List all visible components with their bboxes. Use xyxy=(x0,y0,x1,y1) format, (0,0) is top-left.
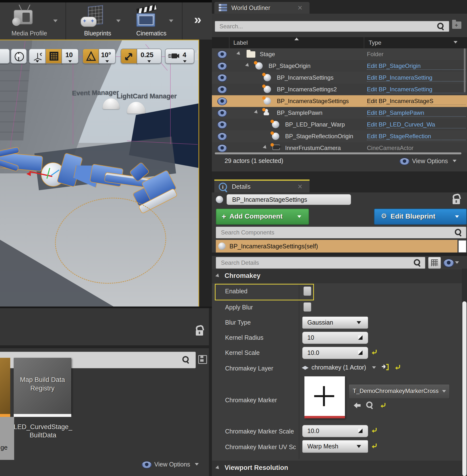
visibility-eye-icon[interactable] xyxy=(217,132,227,140)
visibility-eye-icon[interactable] xyxy=(217,74,227,82)
section-header-viewport-resolution[interactable]: Viewport Resolution xyxy=(212,461,467,476)
save-search-icon[interactable] xyxy=(198,355,207,364)
expand-arrow-icon[interactable] xyxy=(254,110,259,115)
outliner-view-options-button[interactable]: View Options xyxy=(399,157,464,166)
marker-scale-field[interactable]: 10.0 xyxy=(302,425,368,437)
visibility-eye-icon[interactable] xyxy=(217,62,227,70)
cinematics-dropdown-caret[interactable] xyxy=(169,20,173,22)
grid-snap-value-button[interactable]: 10 xyxy=(62,49,78,64)
media-profile-button[interactable]: Media Profile xyxy=(5,2,61,39)
section-header-chromakey[interactable]: Chromakey xyxy=(212,269,467,283)
camera-speed-button[interactable]: 4 xyxy=(165,49,194,64)
blueprints-dropdown-caret[interactable] xyxy=(116,20,121,22)
angle-snap-value-button[interactable]: 10° xyxy=(99,49,116,64)
media-profile-dropdown-caret[interactable] xyxy=(53,20,58,22)
visibility-eye-icon[interactable] xyxy=(217,144,227,152)
kernel-radius-field[interactable]: 10 xyxy=(302,332,368,344)
tab-world-outliner[interactable]: World Outliner × xyxy=(214,2,310,14)
row-label[interactable]: InnerFrustumCamera xyxy=(285,145,363,151)
create-folder-icon[interactable]: + xyxy=(452,22,461,29)
asset-tile-partial[interactable]: ge xyxy=(0,358,10,463)
visibility-eye-icon[interactable] xyxy=(217,109,227,117)
use-selected-icon[interactable] xyxy=(381,363,389,371)
browse-to-asset-icon[interactable] xyxy=(366,401,373,408)
outliner-row-bp-samplepawn[interactable]: BP_SamplePawn Edit BP_SamplePawn xyxy=(212,107,467,119)
outliner-row-innerfrustumcamera[interactable]: InnerFrustumCamera CineCameraActor xyxy=(212,142,467,152)
outliner-search-input[interactable]: Search... xyxy=(215,21,449,32)
dome-actor[interactable] xyxy=(127,102,145,114)
reset-to-default-icon[interactable] xyxy=(371,427,377,433)
row-type-edit-link[interactable]: Edit BP_IncameraSetting xyxy=(367,86,466,93)
outliner-row-bp-stageorigin[interactable]: BP_StageOrigin Edit BP_StageOrigin xyxy=(212,60,467,72)
blueprints-button[interactable]: ++ Blueprints xyxy=(73,2,122,39)
actor-name-field[interactable]: BP_IncameraStageSettings xyxy=(227,194,351,205)
grid-snap-toggle[interactable] xyxy=(45,49,63,64)
asset-tile-map-build-data[interactable]: Map Build Data Registry LED_CurvedStage_… xyxy=(14,358,71,463)
scale-snap-toggle[interactable] xyxy=(121,49,138,64)
edit-blueprint-button[interactable]: ⚙ Edit Blueprint xyxy=(374,209,467,225)
reset-to-default-icon[interactable] xyxy=(380,402,386,408)
outliner-row-bp-led-planar-warp[interactable]: BP_LED_Planar_Warp Edit BP_LED_Curved_Wa xyxy=(212,119,467,131)
marker-texture-dropdown[interactable]: T_DemoChromakeyMarkerCross xyxy=(349,384,450,399)
outliner-row-stage[interactable]: Stage Folder xyxy=(212,48,467,60)
visibility-eye-icon[interactable] xyxy=(217,51,227,58)
details-scrollbar-thumb[interactable] xyxy=(462,301,467,476)
component-color-chip[interactable] xyxy=(458,240,466,252)
chromakey-layer-dropdown[interactable]: chromakey (1 Actor) xyxy=(311,364,372,371)
outliner-horizontal-scrollbar[interactable] xyxy=(215,152,461,154)
content-browser-view-options[interactable]: View Options xyxy=(142,460,205,469)
expand-arrow-icon[interactable] xyxy=(245,63,250,68)
apply-blur-checkbox[interactable] xyxy=(303,302,311,312)
row-type-edit-link[interactable]: Edit BP_StageOrigin xyxy=(367,63,466,70)
row-type-edit-link[interactable]: Edit BP_IncameraStageS xyxy=(367,98,466,105)
marker-uv-dropdown[interactable]: Warp Mesh xyxy=(302,440,368,453)
outliner-row-bp-incamerastagesettings-selected[interactable]: BP_IncameraStageSettings Edit BP_Incamer… xyxy=(212,95,467,107)
row-label[interactable]: BP_SamplePawn xyxy=(277,109,363,116)
row-label[interactable]: BP_IncameraSettings2 xyxy=(277,86,363,93)
outliner-row-bp-incamerasettings2[interactable]: BP_IncameraSettings2 Edit BP_IncameraSet… xyxy=(212,83,467,95)
details-view-caret-icon[interactable] xyxy=(455,261,459,264)
visibility-eye-icon[interactable] xyxy=(217,97,227,105)
scale-snap-value-button[interactable]: 0.25 xyxy=(137,49,162,64)
marker-texture-thumbnail[interactable] xyxy=(304,376,345,418)
reset-to-default-icon[interactable] xyxy=(394,364,401,370)
search-components-input[interactable]: Search Components xyxy=(216,227,466,238)
expand-arrow-icon[interactable] xyxy=(263,145,268,150)
close-tab-icon[interactable]: × xyxy=(297,4,303,11)
use-asset-from-browser-icon[interactable] xyxy=(353,401,362,409)
reset-to-default-icon[interactable] xyxy=(371,443,377,449)
content-browser-lock-icon[interactable] xyxy=(195,325,204,337)
reset-to-default-icon[interactable] xyxy=(371,349,377,355)
row-type-edit-link[interactable]: Edit BP_StageReflection xyxy=(367,133,466,140)
expand-arrow-icon[interactable] xyxy=(236,51,241,56)
level-viewport[interactable]: Event Manager LightCard Manager xyxy=(0,40,199,307)
cinematics-button[interactable]: Cinematics xyxy=(127,2,176,39)
search-details-input[interactable]: Search Details xyxy=(216,257,425,269)
row-label[interactable]: BP_StageReflectionOrigin xyxy=(285,133,364,140)
row-label[interactable]: BP_IncameraSettings xyxy=(277,74,363,81)
outliner-row-bp-stagereflectionorigin[interactable]: BP_StageReflectionOrigin Edit BP_StageRe… xyxy=(212,131,467,142)
toolbar-overflow-chevron[interactable]: » xyxy=(194,12,201,27)
row-label[interactable]: BP_IncameraStageSettings xyxy=(277,98,365,105)
layer-caret-icon[interactable] xyxy=(372,366,376,369)
close-tab-icon[interactable]: × xyxy=(297,183,303,190)
visibility-eye-icon[interactable] xyxy=(217,121,227,129)
axis-snap-button[interactable] xyxy=(29,49,46,64)
angle-snap-toggle[interactable] xyxy=(82,49,100,64)
tab-details[interactable]: i Details × xyxy=(214,181,310,192)
column-header-label[interactable]: Label xyxy=(234,39,307,46)
outliner-row-bp-incamerasettings[interactable]: BP_IncameraSettings Edit BP_IncameraSett… xyxy=(212,72,467,83)
enabled-checkbox[interactable] xyxy=(303,287,311,296)
details-lock-icon[interactable] xyxy=(452,194,461,205)
details-view-eye-icon[interactable] xyxy=(443,259,454,267)
world-local-globe-button[interactable] xyxy=(11,49,27,64)
row-label[interactable]: BP_LED_Planar_Warp xyxy=(285,121,363,128)
kernel-scale-field[interactable]: 10.0 xyxy=(302,347,368,359)
row-type-edit-link[interactable]: Edit BP_IncameraSetting xyxy=(367,74,466,81)
component-row-self-selected[interactable]: BP_IncameraStageSettings(self) xyxy=(216,240,457,252)
column-filter-caret[interactable] xyxy=(454,41,457,43)
outliner-vertical-scrollbar[interactable] xyxy=(464,48,466,92)
blur-type-dropdown[interactable]: Gaussian xyxy=(302,317,368,329)
add-component-button[interactable]: + Add Component xyxy=(216,209,309,225)
visibility-eye-icon[interactable] xyxy=(217,86,227,93)
